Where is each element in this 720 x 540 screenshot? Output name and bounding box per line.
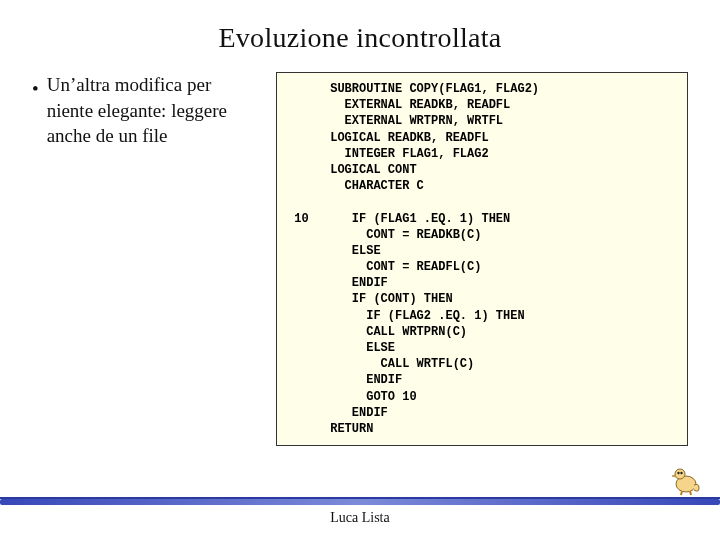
svg-point-3 [680,472,682,474]
slide: Evoluzione incontrollata • Un’altra modi… [0,0,720,540]
code-block: SUBROUTINE COPY(FLAG1, FLAG2) EXTERNAL R… [276,72,688,446]
left-column: • Un’altra modifica per niente elegante:… [32,72,252,149]
page-title: Evoluzione incontrollata [0,0,720,54]
bullet-item: • Un’altra modifica per niente elegante:… [32,72,252,149]
footer-author: Luca Lista [0,510,720,526]
right-column: SUBROUTINE COPY(FLAG1, FLAG2) EXTERNAL R… [276,72,688,446]
bullet-dot-icon: • [32,72,39,102]
mascot-icon [666,462,706,496]
svg-point-2 [677,472,679,474]
content-columns: • Un’altra modifica per niente elegante:… [0,54,720,446]
bullet-text: Un’altra modifica per niente elegante: l… [47,72,252,149]
svg-point-1 [675,469,685,479]
decorative-band [0,497,720,505]
